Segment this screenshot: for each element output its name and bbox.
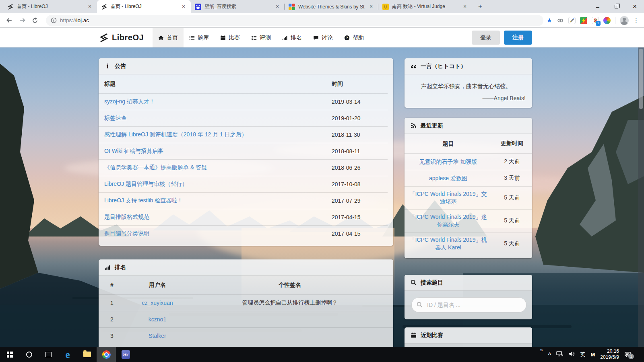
announcement-time: 2017-04-15 [332, 230, 388, 237]
cortana-icon [26, 352, 32, 358]
nav-item-home[interactable]: 首页 [153, 28, 184, 47]
ranking-panel: 排名 # 用户名 个性签名 1 cz_xuyixuan 管理员怎么把自己从排行榜… [99, 259, 393, 347]
start-button[interactable] [0, 347, 19, 362]
nav-label: 题库 [198, 34, 209, 41]
libreoj-logo-icon [99, 33, 109, 43]
edge-taskbar-button[interactable]: e [58, 347, 77, 362]
tab-close-icon[interactable]: × [368, 4, 374, 10]
windows-logo-icon [7, 352, 13, 358]
announcement-link[interactable]: 题目排版格式规范 [99, 214, 332, 221]
libreoj-favicon [7, 4, 14, 10]
profile-avatar[interactable] [620, 16, 629, 25]
address-bar[interactable]: https://loj.ac [46, 15, 543, 26]
taskbar-clock[interactable]: 20:16 2019/5/9 [600, 348, 619, 360]
nav-item-help[interactable]: ? 帮助 [339, 28, 369, 47]
minimize-button[interactable]: – [588, 0, 607, 13]
problem-link[interactable]: applese 爱数图 [405, 175, 492, 182]
tab-close-icon[interactable]: × [274, 4, 281, 10]
announcement-link[interactable]: LibreOJ 支持 testlib 检查器啦！ [99, 197, 332, 204]
cortana-search-button[interactable] [19, 347, 39, 362]
register-button[interactable]: 注册 [504, 31, 532, 45]
nav-item-discuss[interactable]: 讨论 [308, 28, 339, 47]
tab-baidu[interactable]: 壁纸_百度搜索 × [191, 0, 285, 13]
libreoj-logo[interactable]: LibreOJ [99, 33, 144, 43]
calendar-icon [220, 35, 226, 41]
problem-link[interactable]: 无意识的石子堆 加强版 [405, 158, 492, 166]
ime-mode-indicator[interactable]: M [590, 352, 595, 358]
user-signature: 管理员怎么把自己从排行榜上删掉啊？ [186, 299, 393, 306]
ime-language-indicator[interactable]: 英 [580, 351, 586, 358]
svg-text:?: ? [346, 35, 348, 39]
search-panel: 搜索题目 [405, 275, 532, 319]
bookmark-star-icon[interactable]: ★ [547, 17, 552, 24]
chrome-menu-icon[interactable]: ⋮ [633, 17, 639, 24]
network-icon[interactable] [556, 351, 563, 358]
announcement-link[interactable]: syzoj-ng 招募人才！ [99, 98, 332, 105]
file-explorer-button[interactable] [77, 347, 97, 362]
nav-item-contests[interactable]: 比赛 [215, 28, 246, 47]
page-scrollbar[interactable] [638, 47, 644, 347]
announcement-link[interactable]: 感性理解 LibreOJ 测评机速度（2018 年 12 月 1 日之后） [99, 131, 332, 138]
stylish-favicon [289, 4, 295, 10]
show-hidden-icons[interactable]: ^ [548, 352, 551, 357]
tab-libreoj-1[interactable]: 首页 - LibreOJ × [3, 0, 97, 13]
announcement-link[interactable]: 《信息学奥赛一本通》提高版题单 & 答疑 [99, 164, 332, 171]
nav-item-problems[interactable]: 题库 [184, 28, 215, 47]
libreoj-favicon [101, 4, 107, 10]
problem-link[interactable]: 「ICPC World Finals 2019」迷你高尔夫 [405, 213, 492, 228]
tab-close-icon[interactable]: × [180, 4, 187, 10]
new-tab-button[interactable]: + [475, 1, 486, 12]
announcement-link[interactable]: 题目编号分类说明 [99, 230, 332, 237]
tray-overflow-icon[interactable]: » [540, 347, 543, 353]
panel-title: 排名 [115, 264, 126, 271]
tab-close-icon[interactable]: × [462, 4, 468, 10]
close-window-button[interactable]: × [625, 0, 644, 13]
extension-stylish-icon[interactable]: S 1 [592, 17, 599, 24]
tab-stylish[interactable]: Website Themes & Skins by St × [285, 0, 378, 13]
reload-button[interactable] [30, 15, 40, 26]
extension-onetab-icon[interactable] [557, 17, 564, 24]
forward-button[interactable] [17, 15, 27, 26]
extension-lightning-icon[interactable] [580, 17, 587, 24]
page-info-icon[interactable] [51, 17, 57, 23]
calendar-icon [410, 332, 417, 338]
username-link[interactable]: kczno1 [128, 316, 186, 323]
extension-pinwheel-icon[interactable] [603, 17, 611, 24]
hitokoto-header: 一言（ヒトコト） [405, 58, 532, 74]
chrome-icon [102, 350, 111, 359]
recent-row: 无意识的石子堆 加强版 2 天前 [405, 153, 532, 170]
devcpp-icon: DEV [122, 350, 130, 359]
task-view-button[interactable] [39, 347, 58, 362]
ranking-row: 3 Stalker [99, 327, 393, 344]
nav-item-ranking[interactable]: 排名 [277, 28, 308, 47]
problem-search-input[interactable] [411, 297, 526, 313]
rss-icon [410, 123, 417, 129]
login-button[interactable]: 登录 [472, 31, 500, 45]
announcement-link[interactable]: OI Wiki 征稿与招募启事 [99, 148, 332, 155]
brand-name: LibreOJ [112, 33, 144, 42]
announcement-link[interactable]: 标签速查 [99, 115, 332, 122]
problem-link[interactable]: 「ICPC World Finals 2019」交通堵塞 [405, 190, 492, 206]
scrollbar-thumb[interactable] [639, 49, 643, 109]
chrome-taskbar-button[interactable] [97, 347, 116, 362]
restore-button[interactable] [607, 0, 625, 13]
upcoming-contests-panel: 近期比赛 [405, 327, 532, 347]
announcement-link[interactable]: LibreOJ 题目管理与审核（暂行） [99, 181, 332, 188]
tab-vjudge[interactable]: 南高 数论 - Virtual Judge × [378, 0, 472, 13]
window-controls: – × [588, 0, 644, 13]
comment-icon [313, 35, 319, 41]
devcpp-taskbar-button[interactable]: DEV [116, 347, 135, 362]
volume-icon[interactable] [568, 351, 575, 358]
back-button[interactable] [4, 15, 14, 26]
tab-close-icon[interactable]: × [87, 4, 93, 10]
username-link[interactable]: Stalker [128, 333, 186, 339]
username-link[interactable]: cz_xuyixuan [128, 300, 186, 306]
action-center-button[interactable]: 1 [624, 352, 631, 358]
forward-icon [19, 17, 26, 24]
tab-libreoj-2-active[interactable]: 首页 - LibreOJ × [97, 0, 191, 13]
extension-pen-icon[interactable] [568, 17, 576, 24]
problem-link[interactable]: 「ICPC World Finals 2019」机器人 Karel [405, 236, 492, 251]
tab-title: 南高 数论 - Virtual Judge [392, 3, 458, 10]
search-body [405, 291, 532, 319]
nav-item-judge[interactable]: 评测 [246, 28, 277, 47]
